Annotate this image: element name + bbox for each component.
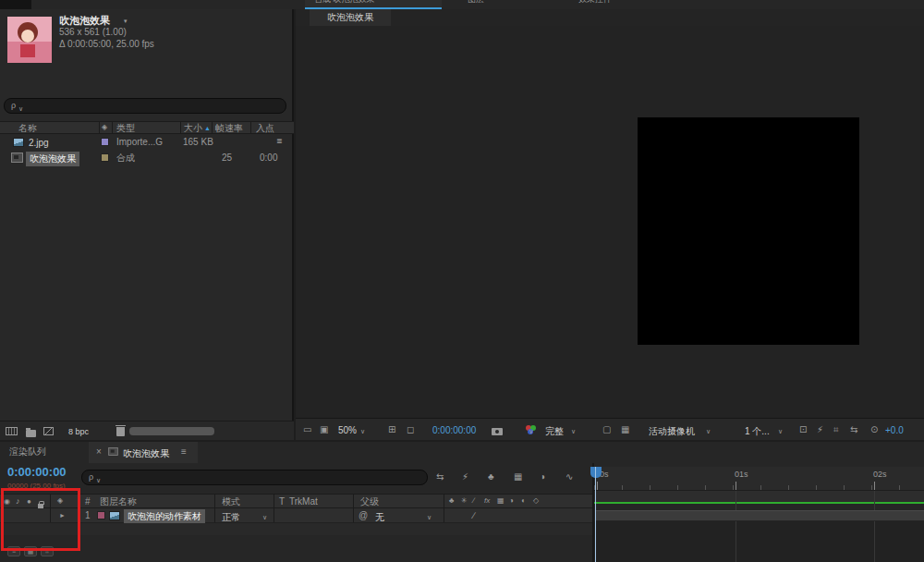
table-row[interactable]: 吹泡泡效果 合成 25 0:00 bbox=[0, 151, 294, 166]
new-composition-icon[interactable] bbox=[43, 427, 54, 435]
adjustment-switch-icon[interactable]: ◐ bbox=[521, 497, 526, 505]
motion-blur-icon[interactable]: ◑ bbox=[540, 472, 545, 482]
layer-expander-icon[interactable]: ► bbox=[59, 512, 66, 519]
time-ruler[interactable]: 0s 01s 02s bbox=[594, 467, 924, 491]
magnification-caret-icon[interactable]: ∨ bbox=[360, 428, 365, 435]
solo-column-icon[interactable]: ● bbox=[27, 498, 31, 506]
footage-thumbnail[interactable] bbox=[7, 17, 52, 63]
item-title-caret-icon[interactable]: ▾ bbox=[124, 18, 128, 25]
effect-controls-tab-stub[interactable]: 效果控件 bbox=[573, 0, 650, 7]
timeline-button-icon[interactable]: ⌗ bbox=[833, 425, 839, 434]
frame-blend-icon[interactable]: ▦ bbox=[514, 472, 522, 482]
trkmat-column[interactable]: TrkMat bbox=[289, 497, 318, 507]
viewer-tab[interactable]: 吹泡泡效果 bbox=[310, 9, 391, 26]
flowchart-icon[interactable]: ⇆ bbox=[850, 425, 857, 434]
panel-menu-icon[interactable]: ≡ bbox=[181, 447, 187, 457]
column-type[interactable]: 类型 bbox=[116, 124, 135, 133]
reset-exposure-icon[interactable]: ⊙ bbox=[870, 425, 878, 434]
layer-tab-stub[interactable]: 图层 bbox=[462, 0, 521, 7]
layer-duration-bar[interactable] bbox=[596, 510, 924, 521]
transparency-grid-icon[interactable]: ▦ bbox=[621, 425, 629, 434]
motion-blur-switch-icon[interactable]: ◑ bbox=[509, 497, 514, 505]
exposure-value[interactable]: +0.0 bbox=[885, 425, 904, 435]
project-panel-tab-stub[interactable] bbox=[0, 0, 31, 9]
draft-3d-icon[interactable]: ⚡ bbox=[462, 472, 468, 482]
view-layout-caret-icon[interactable]: ∨ bbox=[778, 428, 783, 435]
grid-guides-icon[interactable]: ⊞ bbox=[388, 425, 395, 434]
resolution-dropdown[interactable]: 完整 bbox=[545, 425, 564, 438]
composition-tab-stub[interactable]: 合成 吹泡泡效果 bbox=[305, 0, 442, 7]
label-color-chip[interactable] bbox=[101, 138, 109, 146]
composition-viewer[interactable] bbox=[296, 26, 924, 418]
playhead-handle[interactable] bbox=[590, 467, 602, 478]
selected-item-title[interactable]: 吹泡泡效果 bbox=[59, 14, 110, 28]
region-of-interest-icon[interactable]: ▢ bbox=[602, 425, 611, 434]
layer-name[interactable]: 吹泡泡的动作素材 bbox=[124, 509, 205, 524]
preview-time[interactable]: 0:00:00:00 bbox=[432, 425, 476, 435]
column-name[interactable]: 名称 bbox=[18, 124, 37, 133]
graph-editor-icon[interactable]: ∿ bbox=[565, 472, 573, 482]
view-layout-dropdown[interactable]: 1 个... bbox=[745, 425, 770, 438]
blend-mode-dropdown[interactable]: 正常 bbox=[222, 511, 240, 524]
show-channel-caret-icon[interactable]: ∨ bbox=[529, 428, 533, 435]
parent-caret-icon[interactable]: ∨ bbox=[427, 514, 432, 521]
layer-name-column[interactable]: 图层名称 bbox=[100, 497, 137, 507]
parent-column[interactable]: 父级 bbox=[360, 497, 379, 507]
magnification-dropdown[interactable]: 50% bbox=[338, 425, 357, 435]
3d-view-dropdown[interactable]: 活动摄像机 bbox=[649, 425, 695, 438]
audio-column-icon[interactable]: ♪ bbox=[16, 497, 20, 506]
blend-mode-caret-icon[interactable]: ∨ bbox=[262, 514, 267, 521]
3d-view-caret-icon[interactable]: ∨ bbox=[706, 428, 711, 435]
close-tab-icon[interactable]: × bbox=[96, 447, 102, 457]
expand-inout-columns-toggle[interactable]: ⌗ bbox=[41, 546, 54, 556]
trash-icon[interactable] bbox=[116, 427, 125, 436]
parent-dropdown[interactable]: 无 bbox=[375, 511, 384, 524]
column-in-point[interactable]: 入点 bbox=[256, 124, 274, 133]
bit-depth-button[interactable]: 8 bpc bbox=[68, 427, 89, 436]
table-row[interactable]: 2.jpg Importe...G 165 KB ≣ bbox=[0, 135, 294, 151]
always-preview-icon[interactable]: ▭ bbox=[303, 425, 311, 434]
expand-layer-switches-toggle[interactable]: ≡ bbox=[7, 546, 20, 556]
playhead-line[interactable] bbox=[595, 467, 596, 562]
render-queue-tab[interactable]: 渲染队列 bbox=[9, 447, 46, 457]
snapshot-camera-icon[interactable] bbox=[492, 428, 503, 435]
horizontal-scrollbar[interactable] bbox=[129, 427, 214, 435]
project-search-input[interactable]: ρ ∨ bbox=[4, 98, 286, 114]
t-column[interactable]: T bbox=[279, 497, 285, 507]
column-label-icon[interactable]: ◈ bbox=[102, 124, 107, 131]
index-column[interactable]: # bbox=[85, 497, 91, 507]
frame-blend-switch-icon[interactable]: ▦ bbox=[497, 497, 505, 505]
expand-transfer-controls-toggle[interactable]: ▦ bbox=[24, 546, 37, 556]
interpret-footage-icon[interactable] bbox=[6, 427, 18, 435]
mode-column[interactable]: 模式 bbox=[222, 497, 240, 507]
current-timecode[interactable]: 0:00:00:00 bbox=[7, 465, 67, 479]
collapse-switch-icon[interactable]: ✳ bbox=[461, 497, 468, 505]
primary-viewer-icon[interactable]: ▣ bbox=[320, 425, 328, 434]
layer-quality-icon[interactable]: ∕ bbox=[473, 511, 475, 520]
fast-preview-icon[interactable]: ⚡ bbox=[817, 425, 823, 434]
3d-switch-icon[interactable]: ◇ bbox=[533, 497, 539, 505]
item-name-selected[interactable]: 吹泡泡效果 bbox=[26, 152, 79, 166]
layer-row[interactable]: ► 1 吹泡泡的动作素材 正常 ∨ @ 无 ∨ ∕ bbox=[0, 508, 592, 523]
mini-flowchart-icon[interactable]: ⇆ bbox=[436, 472, 444, 482]
composition-frame[interactable] bbox=[638, 117, 859, 345]
video-column-icon[interactable]: ◉ bbox=[4, 498, 10, 506]
column-frame-rate[interactable]: 帧速率 bbox=[215, 124, 243, 133]
layer-label-chip[interactable] bbox=[97, 511, 105, 519]
timeline-search-input[interactable]: ρ ∨ bbox=[81, 470, 428, 485]
shy-layers-icon[interactable]: ♣ bbox=[488, 472, 494, 482]
sort-ascending-icon[interactable]: ▲ bbox=[204, 125, 211, 131]
fx-switch-icon[interactable]: fx bbox=[484, 497, 490, 505]
timeline-comp-tab[interactable]: × 吹泡泡效果 ≡ bbox=[89, 442, 198, 463]
new-folder-icon[interactable] bbox=[26, 430, 36, 437]
mask-visibility-icon[interactable]: ◻ bbox=[407, 425, 414, 434]
resolution-caret-icon[interactable]: ∨ bbox=[571, 428, 576, 435]
shy-switch-icon[interactable]: ♣ bbox=[449, 497, 454, 505]
quality-switch-icon[interactable]: ∕ bbox=[473, 497, 474, 505]
label-color-chip[interactable] bbox=[101, 153, 109, 162]
pixel-aspect-icon[interactable]: ⊡ bbox=[799, 425, 807, 434]
label-column-icon[interactable]: ◈ bbox=[57, 497, 63, 505]
item-name[interactable]: 2.jpg bbox=[29, 138, 49, 148]
column-size[interactable]: 大小 bbox=[184, 124, 202, 133]
parent-pickwhip-icon[interactable]: @ bbox=[359, 511, 368, 520]
